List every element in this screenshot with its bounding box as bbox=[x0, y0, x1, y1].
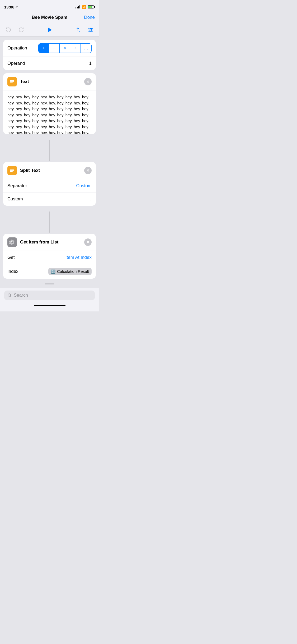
search-placeholder: Search bbox=[14, 293, 28, 298]
status-time: 13:06 ↗ bbox=[4, 5, 18, 9]
signal-bars-icon bbox=[76, 5, 80, 8]
time-label: 13:06 bbox=[4, 5, 14, 9]
search-bar[interactable]: Search bbox=[4, 291, 95, 300]
op-more-button[interactable]: … bbox=[81, 44, 91, 53]
svg-rect-10 bbox=[10, 169, 14, 169]
calculation-result-badge[interactable]: 🔢 Calculation Result bbox=[48, 268, 92, 275]
index-row[interactable]: Index 🔢 Calculation Result bbox=[3, 264, 96, 279]
search-icon bbox=[7, 293, 12, 297]
separator-row[interactable]: Separator Custom bbox=[3, 179, 96, 192]
text-card: Text ✕ hey. hey. hey. hey. hey. hey. hey… bbox=[3, 73, 96, 134]
text-card-close-button[interactable]: ✕ bbox=[84, 78, 92, 85]
scroll-area[interactable]: Operation + − × ÷ … Operand 1 Tex bbox=[0, 36, 99, 288]
svg-rect-11 bbox=[10, 170, 14, 171]
toolbar bbox=[0, 23, 99, 36]
done-button[interactable]: Done bbox=[84, 15, 95, 20]
get-item-card-title: Get Item from List bbox=[20, 240, 81, 245]
get-label: Get bbox=[7, 255, 15, 260]
svg-rect-7 bbox=[10, 80, 14, 81]
home-bar bbox=[0, 303, 99, 311]
get-item-card: Get Item from List ✕ Get Item At Index I… bbox=[3, 234, 96, 279]
page-title: Bee Movie Spam bbox=[32, 15, 67, 20]
get-item-card-header: Get Item from List ✕ bbox=[3, 234, 96, 251]
text-card-icon bbox=[7, 77, 17, 86]
status-icons: 📶 ⚡ bbox=[76, 5, 95, 9]
scroll-indicator-2 bbox=[0, 209, 99, 234]
play-button[interactable] bbox=[45, 26, 54, 34]
split-text-icon bbox=[7, 166, 17, 175]
svg-rect-8 bbox=[10, 81, 14, 82]
status-bar: 13:06 ↗ 📶 ⚡ bbox=[0, 0, 99, 12]
custom-label: Custom bbox=[7, 196, 23, 202]
op-divide-button[interactable]: ÷ bbox=[70, 44, 81, 53]
custom-row[interactable]: Custom . bbox=[3, 192, 96, 206]
get-row[interactable]: Get Item At Index bbox=[3, 251, 96, 264]
bottom-handle bbox=[0, 282, 99, 284]
search-bar-area[interactable]: Search bbox=[0, 288, 99, 303]
op-plus-button[interactable]: + bbox=[39, 44, 49, 53]
operation-label: Operation bbox=[7, 45, 27, 51]
split-text-close-button[interactable]: ✕ bbox=[84, 167, 92, 174]
op-minus-button[interactable]: − bbox=[49, 44, 60, 53]
separator-label: Separator bbox=[7, 183, 27, 188]
battery-icon: ⚡ bbox=[88, 5, 95, 8]
svg-point-5 bbox=[91, 29, 92, 30]
nav-bar: Bee Movie Spam Done bbox=[0, 12, 99, 23]
svg-point-6 bbox=[89, 31, 90, 32]
operand-value: 1 bbox=[89, 61, 92, 66]
text-card-title: Text bbox=[20, 79, 81, 84]
operation-row[interactable]: Operation + − × ÷ … bbox=[3, 40, 96, 57]
share-button[interactable] bbox=[74, 26, 82, 34]
svg-marker-0 bbox=[48, 27, 52, 32]
scroll-indicator bbox=[0, 137, 99, 162]
redo-button[interactable] bbox=[17, 26, 25, 34]
calculator-icon: 🔢 bbox=[51, 269, 55, 274]
svg-point-13 bbox=[11, 241, 13, 243]
custom-value: . bbox=[90, 196, 92, 202]
op-multiply-button[interactable]: × bbox=[60, 44, 70, 53]
svg-rect-12 bbox=[10, 171, 13, 172]
svg-rect-9 bbox=[10, 82, 13, 83]
location-arrow-icon: ↗ bbox=[15, 5, 18, 9]
gear-card-icon bbox=[7, 237, 17, 247]
split-text-card-title: Split Text bbox=[20, 168, 81, 173]
get-value[interactable]: Item At Index bbox=[65, 255, 92, 260]
get-item-close-button[interactable]: ✕ bbox=[84, 238, 92, 246]
index-label: Index bbox=[7, 269, 18, 274]
operand-row[interactable]: Operand 1 bbox=[3, 57, 96, 70]
text-card-content[interactable]: hey. hey. hey. hey. hey. hey. hey. hey. … bbox=[3, 90, 96, 134]
operand-label: Operand bbox=[7, 61, 25, 66]
split-text-card: Split Text ✕ Separator Custom Custom . bbox=[3, 162, 96, 206]
text-card-header: Text ✕ bbox=[3, 73, 96, 90]
home-bar-pill bbox=[34, 305, 65, 306]
separator-value[interactable]: Custom bbox=[76, 183, 92, 188]
undo-button[interactable] bbox=[4, 26, 13, 34]
wifi-icon: 📶 bbox=[82, 5, 86, 9]
operation-buttons[interactable]: + − × ÷ … bbox=[38, 43, 92, 53]
operation-card: Operation + − × ÷ … Operand 1 bbox=[3, 40, 96, 70]
split-text-card-header: Split Text ✕ bbox=[3, 162, 96, 179]
settings-button[interactable] bbox=[86, 26, 95, 34]
calc-badge-text: Calculation Result bbox=[57, 269, 89, 274]
svg-point-4 bbox=[89, 28, 90, 29]
